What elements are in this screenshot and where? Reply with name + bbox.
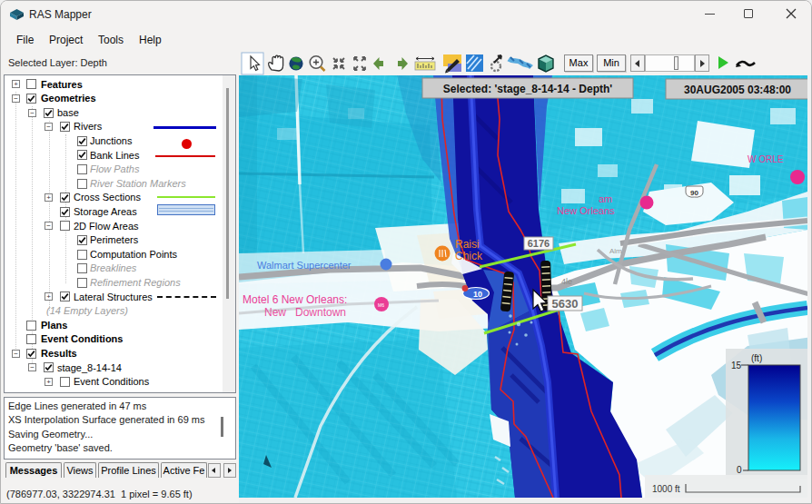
svg-text:New Orleans: New Orleans — [557, 205, 615, 216]
svg-text:15: 15 — [731, 361, 742, 371]
svg-text:M6: M6 — [378, 302, 384, 308]
svg-text:Walmart Supercenter: Walmart Supercenter — [257, 260, 352, 271]
svg-text:Motel 6 New Orleans:: Motel 6 New Orleans: — [243, 293, 347, 306]
svg-text:am: am — [599, 193, 612, 204]
svg-text:30AUG2005 03:48:00: 30AUG2005 03:48:00 — [684, 84, 791, 96]
svg-text:New Downtown: New Downtown — [264, 306, 346, 319]
svg-text:Chick: Chick — [455, 250, 483, 262]
svg-text:4le: 4le — [561, 277, 572, 286]
svg-text:W ORLE: W ORLE — [748, 154, 784, 164]
svg-text:Raisi: Raisi — [455, 238, 480, 251]
svg-text:5630: 5630 — [552, 297, 579, 311]
svg-text:90: 90 — [690, 189, 698, 197]
svg-text:1000 ft: 1000 ft — [652, 484, 680, 494]
svg-text:0: 0 — [737, 465, 742, 475]
svg-text:6176: 6176 — [528, 238, 550, 249]
svg-text:(ft): (ft) — [751, 353, 762, 363]
svg-text:Alm: Alm — [609, 247, 622, 255]
svg-text:Selected: 'stage_8-14-14 - Dep: Selected: 'stage_8-14-14 - Depth' — [443, 83, 613, 95]
svg-text:10: 10 — [473, 290, 482, 299]
